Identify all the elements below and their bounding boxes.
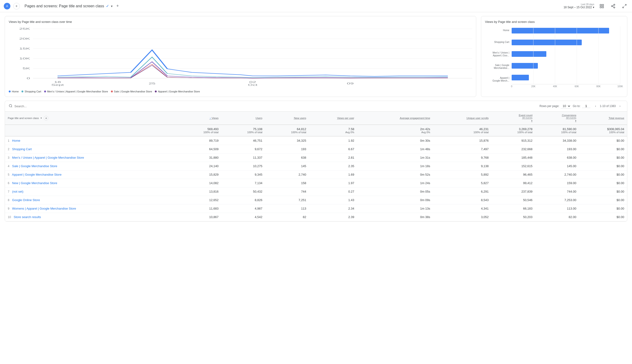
- goto-input[interactable]: [582, 104, 590, 108]
- svg-rect-2: [600, 6, 601, 8]
- svg-line-50: [11, 106, 12, 107]
- cell-avg-engagement: 1m 24s: [357, 179, 433, 188]
- page-title-cell[interactable]: Store search results: [14, 215, 41, 219]
- add-page-button[interactable]: +: [116, 4, 119, 8]
- cell-total-revenue: $0.00: [579, 145, 627, 154]
- bar-apparel[interactable]: [512, 75, 529, 80]
- search-icon: [9, 104, 13, 108]
- legend-home: Home: [9, 90, 19, 93]
- cell-event-count: 915,312: [491, 136, 535, 145]
- svg-text:Merchandise...: Merchandise...: [494, 67, 509, 69]
- svg-text:Shopping Cart: Shopping Cart: [494, 41, 509, 44]
- cell-avg-engagement: 1m 18s: [357, 162, 433, 170]
- date-range-label: Last 28 days: [581, 3, 594, 6]
- event-count-dropdown[interactable]: ▾: [531, 120, 532, 122]
- col-header-new-users[interactable]: New users: [265, 112, 309, 125]
- goto-control: Go to:: [573, 104, 590, 108]
- col-dropdown-arrow[interactable]: ▾: [41, 117, 42, 119]
- cell-views: 10,867: [177, 213, 221, 221]
- legend-label-sale: Sale | Google Merchandise Store: [114, 90, 152, 93]
- table-section: Rows per page: 10 25 50 Go to: ‹ 1-10 of…: [5, 101, 627, 222]
- fullscreen-button[interactable]: [621, 2, 628, 10]
- col-header-views-per-user[interactable]: Views per user: [309, 112, 357, 125]
- cell-conversions: 159.00: [535, 179, 579, 188]
- bar-cart[interactable]: [512, 40, 582, 45]
- cell-new-users: 34,325: [265, 136, 309, 145]
- svg-text:10K: 10K: [19, 57, 30, 60]
- svg-text:20K: 20K: [19, 38, 30, 40]
- totals-unique-scrolls: 46,231 100% of total: [433, 125, 492, 136]
- cell-users: 8,826: [221, 196, 265, 204]
- page-title-cell[interactable]: Sale | Google Merchandise Store: [12, 164, 57, 168]
- cell-total-revenue: $0.00: [579, 213, 627, 221]
- conversions-dropdown[interactable]: ▾: [575, 120, 576, 122]
- cell-views: 15,829: [177, 170, 221, 179]
- page-title-cell[interactable]: Men's / Unisex | Apparel | Google Mercha…: [12, 156, 84, 159]
- table-row: 8 Google Online Store 12,652 8,826 7,251…: [5, 196, 627, 204]
- cell-new-users: 193: [265, 145, 309, 154]
- next-page-button[interactable]: ›: [617, 103, 623, 110]
- avatar[interactable]: A: [4, 3, 11, 10]
- bar-home[interactable]: [512, 28, 609, 34]
- svg-text:Apparel |: Apparel |: [500, 76, 509, 79]
- bar-chart-panel: Views by Page title and screen class Hom…: [481, 16, 627, 97]
- bar-chart-title: Views by Page title and screen class: [485, 20, 623, 24]
- cell-new-users: 638: [265, 154, 309, 162]
- page-title-cell[interactable]: Shopping Cart: [12, 147, 32, 151]
- cell-conversions: 2,740.00: [535, 170, 579, 179]
- svg-text:Oct: Oct: [248, 84, 258, 86]
- share-button[interactable]: [609, 2, 617, 10]
- col-header-conversions[interactable]: Conversions All events ▾: [535, 112, 579, 125]
- cell-event-count: 185,448: [491, 154, 535, 162]
- cell-views-per-user: 1.92: [309, 136, 357, 145]
- date-range[interactable]: Last 28 days 18 Sept – 15 Oct 2022 ▾: [563, 3, 594, 9]
- cell-unique-scrolls: 6,291: [433, 188, 492, 196]
- bar-sale[interactable]: [512, 63, 538, 68]
- col-header-avg-engagement[interactable]: Average engagement time: [357, 112, 433, 125]
- svg-point-49: [9, 104, 12, 107]
- svg-text:Men's / Unisex |: Men's / Unisex |: [493, 52, 509, 54]
- cell-views-per-user: 2.35: [309, 162, 357, 170]
- add-column-button[interactable]: +: [44, 116, 48, 120]
- page-title-cell[interactable]: New | Google Merchandise Store: [12, 181, 57, 185]
- page-title-cell[interactable]: Apparel | Google Merchandise Store: [12, 173, 62, 176]
- cell-total-revenue: $0.00: [579, 196, 627, 204]
- col-header-page-title: Page title and screen class ▾ +: [5, 112, 177, 125]
- title-dropdown-arrow[interactable]: ▾: [111, 4, 113, 8]
- add-tab-button[interactable]: +: [13, 3, 20, 10]
- cell-views-per-user: 2.81: [309, 154, 357, 162]
- page-title-cell[interactable]: Home: [12, 139, 20, 142]
- svg-text:Home: Home: [503, 29, 509, 32]
- cell-event-count: 152,615: [491, 162, 535, 170]
- cell-conversions: 638.00: [535, 154, 579, 162]
- col-header-unique-scrolls[interactable]: Unique user scrolls: [433, 112, 492, 125]
- page-title-cell[interactable]: Google Online Store: [12, 198, 40, 202]
- col-header-total-revenue[interactable]: Total revenue: [579, 112, 627, 125]
- cell-views: 11,683: [177, 204, 221, 213]
- legend-sale: Sale | Google Merchandise Store: [111, 90, 152, 93]
- cell-page-title: 7 (not set): [5, 188, 177, 196]
- customize-report-button[interactable]: [598, 2, 605, 10]
- main-content: Views by Page title and screen class ove…: [0, 12, 632, 226]
- cell-event-count: 50,546: [491, 196, 535, 204]
- rows-per-page-select[interactable]: 10 25 50: [561, 104, 571, 109]
- cell-users: 4,542: [221, 213, 265, 221]
- legend-shopping-cart: Shopping Cart: [22, 90, 41, 93]
- page-title-cell[interactable]: (not set): [12, 190, 23, 193]
- date-range-value[interactable]: 18 Sept – 15 Oct 2022 ▾: [563, 6, 594, 9]
- cell-avg-engagement: 0m 30s: [357, 136, 433, 145]
- cell-page-title: 3 Men's / Unisex | Apparel | Google Merc…: [5, 154, 177, 162]
- search-input[interactable]: [15, 104, 62, 108]
- cell-avg-engagement: 0m 05s: [357, 188, 433, 196]
- cell-conversions: 82.00: [535, 213, 579, 221]
- col-header-views[interactable]: ↓ Views: [177, 112, 221, 125]
- page-title-cell[interactable]: Womens | Apparel | Google Merchandise St…: [12, 207, 76, 210]
- cell-avg-engagement: 0m 52s: [357, 170, 433, 179]
- col-header-users[interactable]: Users: [221, 112, 265, 125]
- col-header-event-count[interactable]: Event count All events ▾: [491, 112, 535, 125]
- page-navigation: ‹ 1-10 of 1383 ›: [592, 103, 623, 110]
- svg-line-8: [612, 5, 614, 6]
- prev-page-button[interactable]: ‹: [592, 103, 599, 110]
- cell-new-users: 744: [265, 188, 309, 196]
- bar-mens[interactable]: [512, 51, 546, 57]
